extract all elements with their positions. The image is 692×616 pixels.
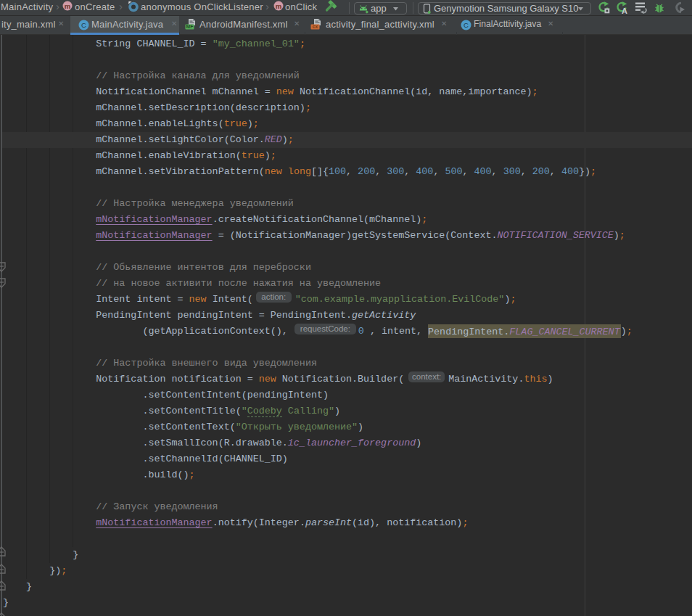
svg-text:C: C [464, 21, 469, 29]
svg-text:MF: MF [186, 24, 194, 29]
svg-text:m: m [65, 2, 70, 10]
svg-text:cx: cx [313, 24, 318, 29]
svg-text:A: A [622, 7, 627, 15]
svg-text:m: m [276, 2, 281, 10]
svg-text:C: C [81, 21, 86, 29]
